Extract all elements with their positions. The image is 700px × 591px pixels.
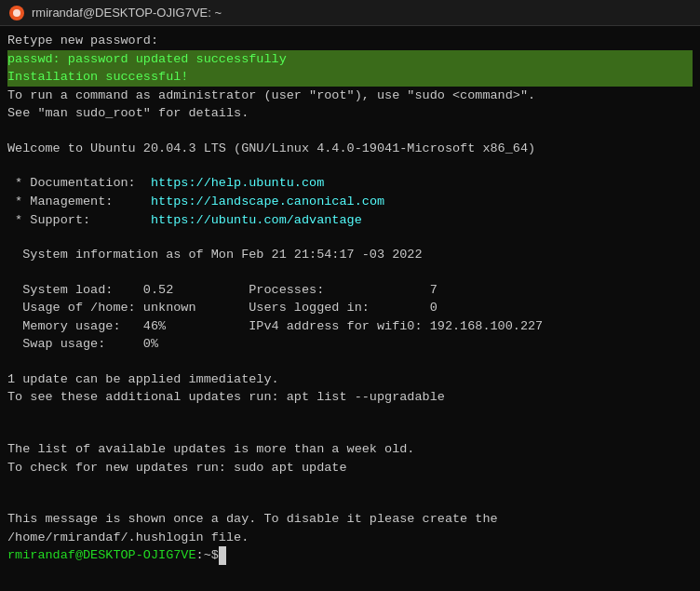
prompt-dollar: $ xyxy=(211,548,219,562)
blank-line xyxy=(7,407,693,423)
terminal-line: To check for new updates run: sudo apt u… xyxy=(7,459,693,477)
title-bar: rmirandaf@DESKTOP-OJIG7VE: ~ xyxy=(0,0,700,26)
terminal-line: Retype new password: xyxy=(7,32,693,50)
url-text: https://landscape.canonical.com xyxy=(151,195,384,208)
ubuntu-icon xyxy=(9,6,24,20)
title-bar-text: rmirandaf@DESKTOP-OJIG7VE: ~ xyxy=(32,6,222,20)
terminal-line: To see these additional updates run: apt… xyxy=(7,388,693,407)
terminal-line: Memory usage: 46% IPv4 address for wifi0… xyxy=(7,317,693,336)
prompt-path: :~ xyxy=(196,548,211,562)
blank-line xyxy=(7,423,693,440)
terminal-line: Welcome to Ubuntu 20.04.3 LTS (GNU/Linux… xyxy=(7,140,693,158)
blank-line xyxy=(7,157,693,174)
url-text: https://help.ubuntu.com xyxy=(151,176,324,190)
terminal-line: Swap usage: 0% xyxy=(7,335,693,354)
prompt-user: rmirandaf@DESKTOP-OJIG7VE xyxy=(7,548,196,562)
terminal-line: Installation successful! xyxy=(7,68,693,87)
url-text: https://ubuntu.com/advantage xyxy=(151,213,362,227)
blank-line xyxy=(7,264,693,281)
terminal-line: System information as of Mon Feb 21 21:5… xyxy=(7,246,693,264)
blank-line xyxy=(7,477,693,493)
terminal-line: passwd: password updated successfully xyxy=(7,50,693,69)
terminal-line: * Management: https://landscape.canonica… xyxy=(7,193,693,211)
terminal-body[interactable]: Retype new password: passwd: password up… xyxy=(0,26,700,591)
blank-line xyxy=(7,354,693,370)
terminal-line: The list of available updates is more th… xyxy=(7,440,693,459)
blank-line xyxy=(7,493,693,510)
terminal-line: Usage of /home: unknown Users logged in:… xyxy=(7,299,693,317)
terminal-line: To run a command as administrator (user … xyxy=(7,87,693,105)
blank-line xyxy=(7,123,693,140)
terminal-line: /home/rmirandaf/.hushlogin file. xyxy=(7,529,693,547)
terminal-line: * Support: https://ubuntu.com/advantage xyxy=(7,211,693,230)
terminal-window: rmirandaf@DESKTOP-OJIG7VE: ~ Retype new … xyxy=(0,0,700,591)
terminal-line: System load: 0.52 Processes: 7 xyxy=(7,281,693,300)
terminal-prompt: rmirandaf@DESKTOP-OJIG7VE:~$ xyxy=(7,546,693,565)
blank-line xyxy=(7,229,693,246)
terminal-line: * Documentation: https://help.ubuntu.com xyxy=(7,174,693,193)
terminal-line: See "man sudo_root" for details. xyxy=(7,104,693,123)
terminal-line: This message is shown once a day. To dis… xyxy=(7,510,693,529)
terminal-line: 1 update can be applied immediately. xyxy=(7,370,693,389)
cursor xyxy=(219,546,226,565)
